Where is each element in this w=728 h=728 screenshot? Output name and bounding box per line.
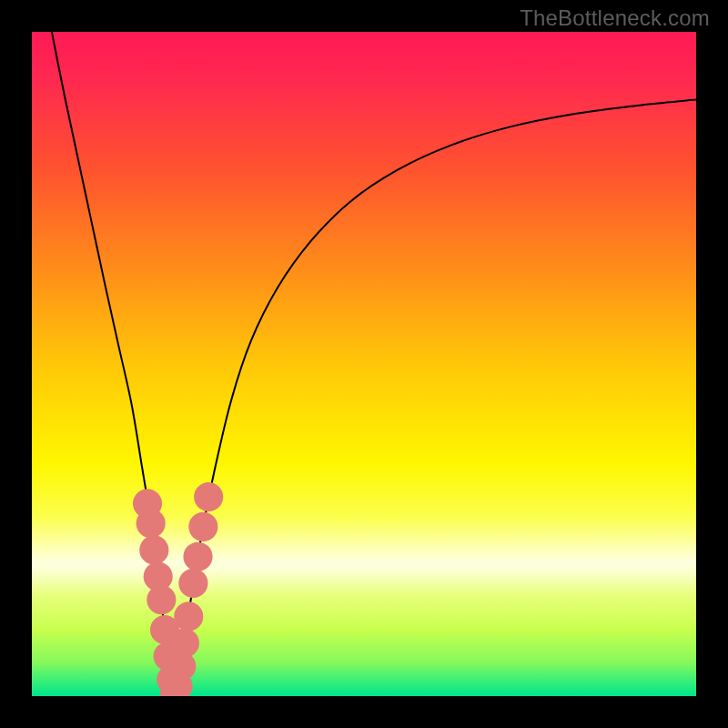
highlight-point (170, 629, 199, 658)
highlight-point (178, 569, 207, 598)
highlight-point (183, 542, 212, 571)
watermark-text: TheBottleneck.com (520, 5, 710, 31)
highlight-markers (133, 482, 223, 696)
highlight-point (194, 482, 223, 511)
highlight-point (136, 509, 166, 538)
curve-layer (32, 32, 696, 696)
highlight-point (147, 585, 176, 614)
highlight-point (139, 535, 168, 564)
highlight-point (174, 602, 203, 631)
highlight-point (188, 512, 217, 541)
plot-area (32, 32, 696, 696)
chart-frame: TheBottleneck.com (0, 0, 728, 728)
